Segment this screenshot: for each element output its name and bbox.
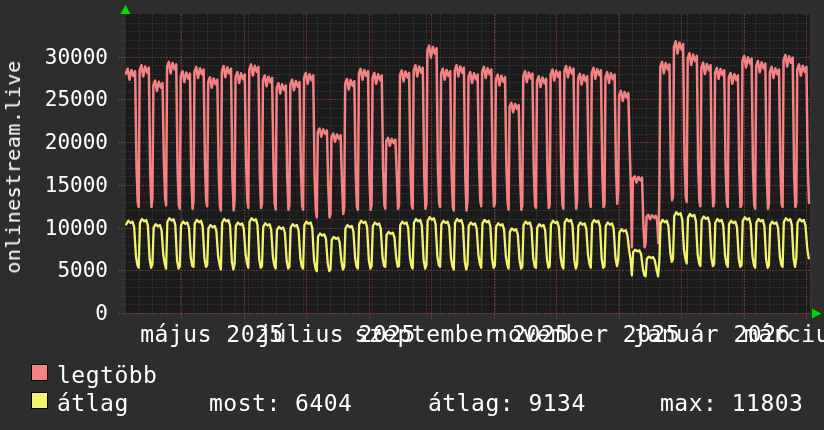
y-tick-label: 30000 (38, 45, 108, 69)
legend-swatch-atlag (31, 392, 48, 409)
stat-max: max: 11803 (660, 390, 803, 416)
legend-swatch-legtobb (31, 364, 48, 381)
y-axis-title: onlinestream.live (1, 60, 25, 273)
stat-atlag: átlag: 9134 (428, 390, 586, 416)
stat-most: most: 6404 (209, 390, 352, 416)
y-tick-label: 20000 (38, 130, 108, 154)
y-tick-label: 25000 (38, 87, 108, 111)
legend-label-atlag: átlag (57, 390, 129, 416)
y-tick-label: 15000 (38, 173, 108, 197)
y-tick-label: 10000 (38, 216, 108, 240)
y-tick-label: 5000 (38, 258, 108, 282)
rrd-graph: onlinestream.live 0500010000150002000025… (0, 0, 824, 430)
x-tick-label: március 2026 (620, 321, 824, 347)
legend-label-legtobb: legtöbb (57, 362, 157, 388)
